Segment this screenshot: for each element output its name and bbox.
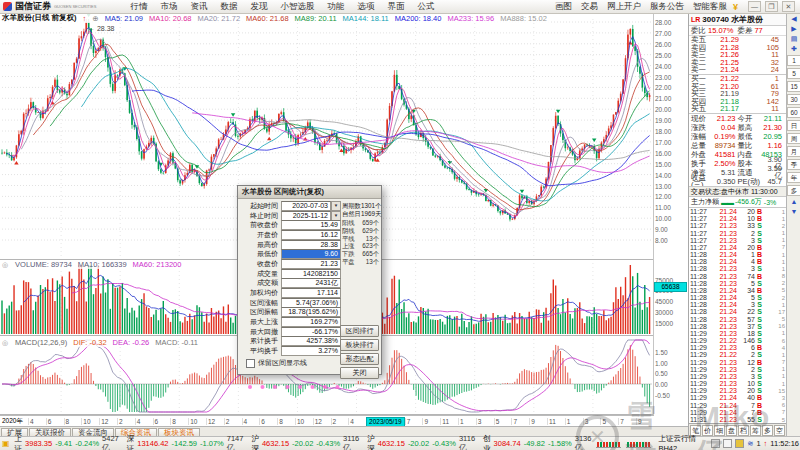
status-square-icon[interactable]: [711, 439, 720, 448]
dialog-field-value[interactable]: 4257.38%: [281, 336, 341, 346]
dialog-button[interactable]: 板块排行: [340, 339, 379, 351]
tick-row: 11:2921.2318S1: [689, 330, 786, 337]
menu-item[interactable]: 功能: [327, 1, 344, 13]
tick-time: 11:29: [690, 330, 711, 337]
menu-item[interactable]: 网上开户: [607, 1, 641, 13]
dialog-field-value[interactable]: 18.78(195.62%): [281, 307, 341, 317]
menu-item[interactable]: 发现: [250, 1, 267, 13]
dialog-field-row: 最低价9.60: [242, 249, 341, 259]
indicator-icon[interactable]: ◎: [2, 261, 8, 269]
tick-volume: 3: [737, 301, 755, 308]
status-index[interactable]: 上证3983.35-9.41-0.24%5427亿: [15, 434, 119, 450]
add-indicator-icon[interactable]: ⊕: [92, 14, 98, 23]
dialog-field-value[interactable]: 9.60: [281, 249, 341, 259]
tick-list[interactable]: 11:2721.2420B111:2721.2410B111:2721.2333…: [689, 208, 786, 423]
dialog-field-value[interactable]: -66.17%: [281, 327, 341, 337]
status-index[interactable]: 深证13146.42-142.59-1.07%7147亿: [127, 434, 244, 450]
menu-item[interactable]: 市场: [160, 1, 177, 13]
range-statistics-dialog[interactable]: 水羊股份 区间统计(复权) 起始时间2020-07-03▼终止时间2025-11…: [237, 185, 382, 375]
dialog-title[interactable]: 水羊股份 区间统计(复权): [238, 186, 381, 199]
dialog-field-value[interactable]: 2020-07-03: [281, 201, 331, 211]
index-quotes[interactable]: 上证3983.35-9.41-0.24%5427亿深证13146.42-142.…: [15, 434, 592, 450]
strip-icon[interactable]: ◀: [791, 15, 796, 23]
timeline-tick: 8: [64, 418, 82, 425]
dialog-field-value[interactable]: 2431亿: [281, 278, 341, 288]
menu-item[interactable]: 资讯: [190, 1, 207, 13]
period-button[interactable]: 5: [787, 68, 800, 79]
price-axis-label: 24.00: [655, 63, 685, 70]
strip-icon[interactable]: ▶: [791, 25, 796, 33]
dialog-button[interactable]: 关闭: [340, 367, 379, 379]
dialog-field-value[interactable]: 28.38: [281, 240, 341, 250]
dialog-field-label: 起始时间: [242, 201, 278, 211]
status-index[interactable]: 创业3084.74-49.82-1.58%3136亿: [483, 434, 591, 450]
status-index[interactable]: 沪深4632.15-20.02-0.43%3116亿: [367, 434, 475, 450]
dialog-button[interactable]: 形态匹配: [340, 353, 379, 365]
dialog-field-value[interactable]: 15.49: [281, 220, 341, 230]
window-button[interactable]: ✕: [782, 1, 795, 12]
tick-row: 11:2821.2337S16: [689, 323, 786, 330]
dialog-field-value[interactable]: 169.27%: [281, 317, 341, 327]
quote-tab[interactable]: 盘: [726, 425, 737, 436]
menu-item[interactable]: 画图: [555, 1, 572, 13]
dialog-field-value[interactable]: 17.114: [281, 288, 341, 298]
checkbox-icon[interactable]: [246, 359, 255, 368]
timeline-tick: 2: [117, 418, 135, 425]
period-button[interactable]: 30: [787, 94, 800, 105]
tick-time: 11:28: [690, 251, 711, 258]
tick-time: 11:28: [690, 273, 711, 280]
period-button[interactable]: 日: [787, 120, 800, 131]
period-button[interactable]: 1: [787, 55, 800, 66]
strip-icon[interactable]: ▼: [791, 208, 798, 216]
period-button[interactable]: 年: [787, 172, 800, 183]
menu-item[interactable]: 行情: [130, 1, 147, 13]
keep-range-checkbox[interactable]: 保留区间显示线: [246, 358, 307, 368]
status-square-icon[interactable]: [723, 439, 732, 448]
status-square-icon[interactable]: [735, 439, 744, 448]
strip-icon[interactable]: ▤: [791, 35, 798, 43]
window-button[interactable]: —: [748, 1, 761, 12]
menu-item[interactable]: 智能客服: [693, 1, 727, 13]
indicator-icon[interactable]: ◎: [2, 339, 8, 347]
quote-tab[interactable]: 筹: [750, 425, 761, 436]
strip-icon[interactable]: ▲: [791, 198, 798, 206]
period-button[interactable]: 周: [787, 133, 800, 144]
main-flow-row[interactable]: 主力净额 ▬▬ -456.6万 -3%: [689, 197, 786, 208]
order-book-row[interactable]: 买五21.1711: [689, 105, 786, 113]
quote-tab[interactable]: 空: [774, 425, 785, 436]
index-change: -20.02: [292, 439, 313, 448]
dialog-field-value[interactable]: 16.12: [281, 230, 341, 240]
dialog-field-value[interactable]: 5.74(37.06%): [281, 298, 341, 308]
period-button[interactable]: 60: [787, 107, 800, 118]
menu-item[interactable]: 公式: [417, 1, 434, 13]
quote-tab[interactable]: 档: [738, 425, 749, 436]
period-button[interactable]: 15: [787, 81, 800, 92]
order-book-row[interactable]: 卖一21.2424: [689, 66, 786, 74]
status-folder-icon[interactable]: ▣: [2, 439, 10, 448]
period-button[interactable]: 多: [787, 185, 800, 196]
menu-item[interactable]: 选项: [357, 1, 374, 13]
dialog-field-value[interactable]: 2025-11-12: [281, 211, 331, 221]
quote-tab[interactable]: 细: [714, 425, 725, 436]
dialog-field-value[interactable]: 142082150: [281, 269, 341, 279]
menu-item[interactable]: 界面: [387, 1, 404, 13]
dropdown-arrow-icon[interactable]: ▼: [331, 201, 341, 211]
status-index[interactable]: 沪深4632.15-20.02-0.43%3116亿: [251, 434, 359, 450]
dialog-field-value[interactable]: 3.27%: [281, 346, 341, 356]
dialog-field-value[interactable]: 21.23: [281, 259, 341, 269]
window-button[interactable]: ❐: [765, 1, 778, 12]
server-label[interactable]: 上证云行情BH42: [658, 434, 706, 450]
quote-header[interactable]: LR 300740 水羊股份: [689, 13, 786, 26]
period-button[interactable]: 季: [787, 159, 800, 170]
currency-icon[interactable]: ¥: [733, 2, 738, 12]
menu-item[interactable]: 交易: [581, 1, 598, 13]
menu-item[interactable]: 服务公告: [650, 1, 684, 13]
strip-icon[interactable]: ✚: [791, 45, 797, 53]
dialog-button[interactable]: 区间排行: [340, 325, 379, 337]
tick-row: 11:2821.2357S5: [689, 316, 786, 323]
dropdown-arrow-icon[interactable]: ▼: [331, 211, 341, 221]
period-button[interactable]: 月: [787, 146, 800, 157]
menu-item[interactable]: 数据: [220, 1, 237, 13]
quote-tab[interactable]: 多: [762, 425, 773, 436]
menu-item[interactable]: 小智选股: [280, 1, 314, 13]
